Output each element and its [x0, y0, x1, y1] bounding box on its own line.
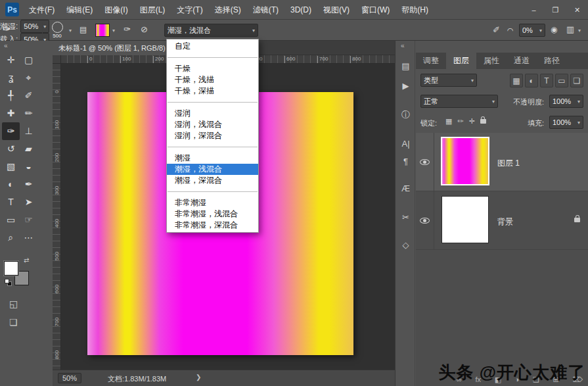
layer-visibility-cell[interactable]	[416, 191, 434, 249]
lock-pixels-icon[interactable]: ✏	[457, 117, 463, 126]
panel-tab[interactable]: 路径	[537, 53, 567, 69]
type-tool[interactable]: T	[2, 193, 20, 211]
preset-menu-item[interactable]: 干燥，浅描	[167, 74, 258, 85]
filter-smart-objects-icon[interactable]: ❏	[570, 74, 583, 87]
clone-stamp-tool[interactable]: ⊥	[20, 122, 37, 140]
pen-tool[interactable]: ✒	[20, 176, 37, 193]
current-brush-load-swatch[interactable]	[95, 24, 110, 37]
history-brush-tool[interactable]: ↺	[2, 140, 20, 158]
menu-item[interactable]: 文件(F)	[23, 0, 60, 20]
preset-menu-item[interactable]: 非常潮湿	[167, 197, 258, 208]
hand-tool[interactable]: ☞	[20, 211, 37, 229]
document-tab[interactable]: 未标题-1 @ 50% (图层 1, RGB/8) ✕	[53, 41, 181, 55]
lock-transparency-icon[interactable]: ▦	[445, 117, 452, 126]
panel-tab[interactable]: 通道	[507, 53, 537, 69]
shape-tool[interactable]: ▭	[2, 211, 20, 229]
tool-presets-panel-icon[interactable]: ✂	[397, 209, 414, 226]
chevron-down-icon[interactable]: ▾	[578, 28, 581, 34]
brush-tool[interactable]: ✏	[20, 105, 37, 122]
character-panel-icon[interactable]: A|	[397, 135, 414, 152]
minimize-button[interactable]: –	[523, 0, 545, 20]
layer-name[interactable]: 背景	[497, 216, 513, 228]
clean-brush-icon[interactable]: ⊘	[141, 24, 148, 34]
quick-mask-icon[interactable]: ◱	[9, 299, 18, 309]
menu-item[interactable]: 窗口(W)	[355, 0, 396, 20]
panel-tab[interactable]: 属性	[476, 53, 507, 69]
zoom-level-field[interactable]: 50%	[58, 373, 81, 383]
preset-menu-item[interactable]: 湿润	[167, 108, 258, 119]
chevron-down-icon[interactable]: ▾	[69, 28, 72, 34]
layer-thumbnail[interactable]	[441, 196, 489, 243]
preset-menu-item[interactable]: 潮湿，浅混合	[167, 164, 258, 175]
menu-item[interactable]: 图像(I)	[99, 0, 133, 20]
eyedropper-tool[interactable]: ✐	[20, 87, 37, 105]
eraser-tool[interactable]: ▰	[20, 140, 37, 158]
foreground-color-swatch[interactable]	[4, 261, 18, 276]
healing-brush-tool[interactable]: ✚	[2, 105, 20, 122]
airbrush-icon[interactable]: ✐	[493, 25, 500, 35]
menu-item[interactable]: 视图(V)	[317, 0, 355, 20]
restore-button[interactable]: ❐	[545, 0, 566, 20]
preset-menu-item[interactable]: 湿润，深混合	[167, 130, 258, 141]
menu-item[interactable]: 帮助(H)	[396, 0, 434, 20]
active-tool-icon[interactable]: ✑▾	[3, 23, 15, 35]
brush-settings-toggle-icon[interactable]: ▤	[79, 25, 87, 34]
chevron-down-icon[interactable]: ▾	[112, 28, 115, 34]
3d-panel-icon[interactable]: ◇	[397, 237, 414, 253]
options-panel-toggle-icon[interactable]: ▥	[566, 24, 574, 34]
layer-filter-combo[interactable]: 类型▾	[420, 74, 477, 87]
gradient-tool[interactable]: ▧	[2, 158, 20, 176]
blur-tool[interactable]: ◒	[20, 158, 37, 176]
menu-item[interactable]: 滤镜(T)	[247, 0, 284, 20]
preset-menu-item[interactable]: 潮湿，深混合	[167, 175, 258, 186]
preset-menu-item[interactable]: 干燥	[167, 63, 258, 74]
paragraph-panel-icon[interactable]: ¶	[397, 153, 414, 170]
actions-panel-icon[interactable]: ▶	[397, 78, 414, 94]
mixer-brush-tool[interactable]: ✑	[2, 122, 20, 140]
blend-mode-combo[interactable]: 正常▾	[420, 95, 498, 108]
close-button[interactable]: ✕	[566, 0, 588, 20]
layer-name[interactable]: 图层 1	[497, 158, 520, 169]
panel-tab[interactable]: 图层	[446, 53, 476, 69]
layer-visibility-cell[interactable]	[416, 133, 434, 191]
info-panel-icon[interactable]: ⓘ	[397, 107, 414, 123]
param-field[interactable]: 50%▾	[20, 20, 49, 33]
lock-all-icon[interactable]	[480, 119, 486, 124]
preset-menu-item[interactable]: 干燥，深描	[167, 85, 258, 97]
menu-item[interactable]: 选择(S)	[209, 0, 247, 20]
brush-settings-panel-icon[interactable]: ▤	[397, 58, 414, 74]
menu-item[interactable]: 图层(L)	[134, 0, 171, 20]
edit-toolbar-button[interactable]: ⋯	[20, 229, 37, 247]
status-chevron-icon[interactable]: ❯	[196, 374, 201, 381]
lasso-tool[interactable]: ʓ	[2, 69, 20, 87]
fill-field[interactable]: 100%▾	[549, 116, 583, 129]
crop-tool[interactable]: ╃	[2, 87, 20, 105]
preset-menu-item[interactable]: 自定	[167, 41, 258, 52]
move-tool[interactable]: ✛	[2, 51, 20, 69]
filter-adjustment-layers-icon[interactable]: ◐	[525, 74, 538, 87]
opacity-field[interactable]: 100%▾	[549, 95, 583, 108]
filter-shape-layers-icon[interactable]: ▭	[555, 74, 568, 87]
screen-mode-icon[interactable]: ❏	[9, 317, 18, 327]
mixer-preset-combo[interactable]: 潮湿，浅混合▾	[164, 24, 258, 37]
brush-preset-picker[interactable]: 500	[47, 22, 67, 39]
preset-menu-item[interactable]: 非常潮湿，深混合	[167, 220, 258, 231]
layer-thumbnail[interactable]	[441, 137, 489, 185]
filter-pixel-layers-icon[interactable]: ▦	[510, 74, 523, 87]
smoothing-field[interactable]: 0%▾	[519, 24, 545, 37]
dodge-tool[interactable]: ◐	[2, 176, 20, 193]
filter-type-layers-icon[interactable]: T	[540, 74, 553, 87]
panel-tab[interactable]: 调整	[416, 53, 446, 69]
swap-colors-icon[interactable]: ⇄	[24, 256, 29, 264]
layer-row[interactable]: 图层 1	[416, 133, 588, 191]
path-selection-tool[interactable]: ➤	[20, 193, 37, 211]
load-brush-icon[interactable]: ✑	[124, 24, 131, 34]
zoom-tool[interactable]: ⌕	[2, 229, 20, 247]
default-colors-icon[interactable]	[5, 279, 9, 283]
menu-item[interactable]: 3D(D)	[284, 0, 317, 20]
preset-menu-item[interactable]: 湿润，浅混合	[167, 119, 258, 130]
pen-pressure-icon[interactable]: ◉	[551, 25, 557, 34]
preset-menu-item[interactable]: 非常潮湿，浅混合	[167, 208, 258, 220]
glyphs-panel-icon[interactable]: Æ	[397, 180, 414, 197]
quick-selection-tool[interactable]: ⌖	[20, 69, 37, 87]
